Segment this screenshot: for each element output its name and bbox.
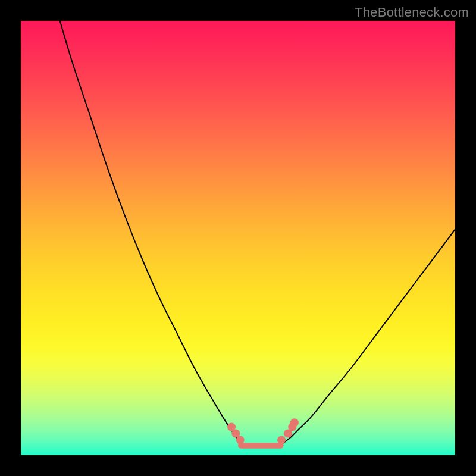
series-left-curve (60, 21, 243, 444)
highlight-marker (236, 436, 245, 444)
curve-layer (60, 21, 455, 446)
chart-frame: TheBottleneck.com (0, 0, 476, 476)
highlight-marker (277, 436, 286, 444)
plot-area (21, 21, 455, 455)
chart-svg (21, 21, 455, 455)
watermark-text: TheBottleneck.com (355, 5, 469, 20)
highlight-marker (290, 418, 299, 427)
valley-floor-marker (238, 443, 284, 448)
series-right-curve (281, 229, 455, 444)
marker-layer (227, 418, 299, 448)
